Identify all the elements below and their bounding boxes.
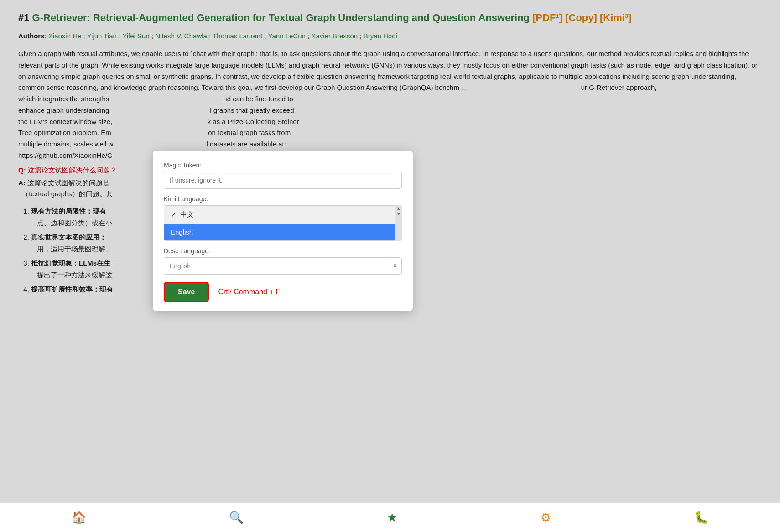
checkmark-icon: ✓ — [171, 211, 177, 219]
modal-dialog: Magic Token: Kimi Language: ✓ 中文 English… — [153, 151, 413, 311]
kimi-language-dropdown[interactable]: ✓ 中文 English ▲ ▼ — [164, 205, 402, 241]
star-icon[interactable]: ★ — [387, 511, 397, 525]
kimi-language-list: ✓ 中文 English — [164, 205, 402, 241]
bug-icon[interactable]: 🐛 — [694, 511, 708, 525]
kimi-lang-option-zh[interactable]: ✓ 中文 — [164, 206, 401, 224]
desc-language-select[interactable]: English — [164, 257, 402, 275]
gear-icon[interactable]: ⚙ — [541, 511, 551, 525]
dropdown-scrollbar[interactable]: ▲ ▼ — [395, 205, 402, 241]
bottom-nav: 🏠 🔍 ★ ⚙ 🐛 — [0, 503, 780, 532]
desc-language-wrapper: English ⬍ — [164, 257, 402, 275]
modal-footer: Save Crtl/ Command + F — [164, 282, 402, 302]
desc-language-label: Desc Language: — [164, 247, 402, 255]
home-icon[interactable]: 🏠 — [72, 511, 86, 525]
magic-token-input[interactable] — [164, 172, 402, 189]
kimi-lang-option-en[interactable]: English — [164, 224, 401, 240]
search-icon[interactable]: 🔍 — [229, 511, 244, 525]
scroll-up-icon[interactable]: ▲ — [396, 206, 401, 211]
kimi-language-label: Kimi Language: — [164, 195, 402, 203]
shortcut-hint: Crtl/ Command + F — [218, 288, 280, 296]
scroll-down-icon[interactable]: ▼ — [396, 212, 401, 216]
magic-token-label: Magic Token: — [164, 162, 402, 169]
kimi-lang-en-label: English — [171, 228, 193, 236]
save-button[interactable]: Save — [164, 282, 209, 302]
kimi-lang-zh-label: 中文 — [180, 210, 194, 219]
